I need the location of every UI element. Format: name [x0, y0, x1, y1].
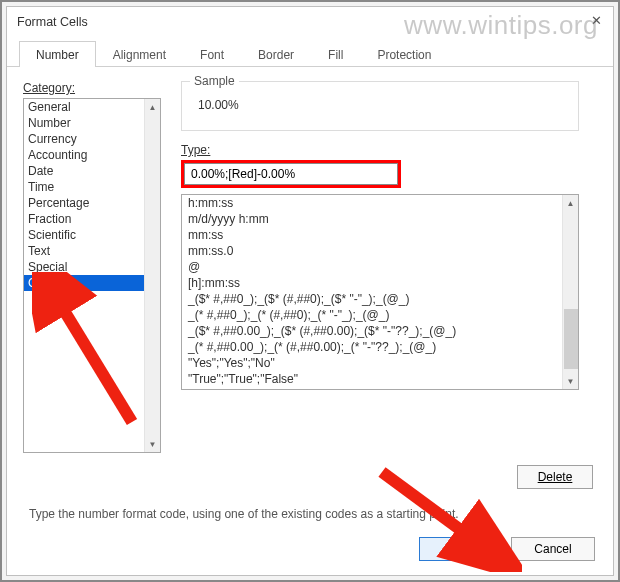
- tab-alignment[interactable]: Alignment: [96, 41, 183, 67]
- tab-number[interactable]: Number: [19, 41, 96, 67]
- scroll-up-icon[interactable]: ▲: [563, 195, 578, 211]
- tab-fill[interactable]: Fill: [311, 41, 360, 67]
- type-input[interactable]: [184, 163, 398, 185]
- hint-text: Type the number format code, using one o…: [29, 507, 459, 521]
- delete-button[interactable]: Delete: [517, 465, 593, 489]
- format-codes-listbox[interactable]: h:mm:ss m/d/yyyy h:mm mm:ss mm:ss.0 @ [h…: [181, 194, 579, 390]
- sample-label: Sample: [190, 74, 239, 88]
- list-item[interactable]: Text: [24, 243, 160, 259]
- list-item[interactable]: @: [182, 259, 578, 275]
- list-item[interactable]: Accounting: [24, 147, 160, 163]
- tab-strip: Number Alignment Font Border Fill Protec…: [7, 37, 613, 67]
- close-icon[interactable]: ✕: [587, 13, 605, 31]
- dialog-title: Format Cells: [17, 15, 88, 29]
- category-listbox[interactable]: General Number Currency Accounting Date …: [23, 98, 161, 453]
- list-item[interactable]: _($* #,##0_);_($* (#,##0);_($* "-"_);_(@…: [182, 291, 578, 307]
- scroll-down-icon[interactable]: ▼: [145, 436, 160, 452]
- scroll-up-icon[interactable]: ▲: [145, 99, 160, 115]
- list-item[interactable]: _($* #,##0.00_);_($* (#,##0.00);_($* "-"…: [182, 323, 578, 339]
- list-item[interactable]: General: [24, 99, 160, 115]
- list-item[interactable]: [h]:mm:ss: [182, 275, 578, 291]
- scroll-down-icon[interactable]: ▼: [563, 373, 578, 389]
- list-item[interactable]: Custom: [24, 275, 160, 291]
- list-item[interactable]: mm:ss.0: [182, 243, 578, 259]
- list-item[interactable]: "True";"True";"False": [182, 371, 578, 387]
- titlebar: Format Cells ✕: [7, 7, 613, 37]
- list-item[interactable]: Percentage: [24, 195, 160, 211]
- tab-font[interactable]: Font: [183, 41, 241, 67]
- category-label: Category:: [23, 81, 161, 95]
- sample-value: 10.00%: [182, 82, 578, 112]
- list-item[interactable]: Currency: [24, 131, 160, 147]
- list-item[interactable]: Fraction: [24, 211, 160, 227]
- list-item[interactable]: _(* #,##0.00_);_(* (#,##0.00);_(* "-"??_…: [182, 339, 578, 355]
- list-item[interactable]: _(* #,##0_);_(* (#,##0);_(* "-"_);_(@_): [182, 307, 578, 323]
- ok-button[interactable]: OK: [419, 537, 503, 561]
- list-item[interactable]: m/d/yyyy h:mm: [182, 211, 578, 227]
- list-item[interactable]: Scientific: [24, 227, 160, 243]
- sample-group: Sample 10.00%: [181, 81, 579, 131]
- tab-border[interactable]: Border: [241, 41, 311, 67]
- list-item[interactable]: Number: [24, 115, 160, 131]
- category-section: Category: General Number Currency Accoun…: [23, 81, 161, 453]
- tab-protection[interactable]: Protection: [360, 41, 448, 67]
- list-item[interactable]: Time: [24, 179, 160, 195]
- list-item[interactable]: mm:ss: [182, 227, 578, 243]
- list-item[interactable]: h:mm:ss: [182, 195, 578, 211]
- type-input-highlight: [181, 160, 401, 188]
- list-item[interactable]: Date: [24, 163, 160, 179]
- list-item[interactable]: Special: [24, 259, 160, 275]
- details-section: Sample 10.00% Type: h:mm:ss m/d/yyyy h:m…: [181, 81, 597, 453]
- type-label: Type:: [181, 143, 597, 157]
- scroll-thumb[interactable]: [564, 309, 578, 369]
- cancel-button[interactable]: Cancel: [511, 537, 595, 561]
- format-cells-dialog: Format Cells ✕ Number Alignment Font Bor…: [6, 6, 614, 576]
- list-item[interactable]: "Yes";"Yes";"No": [182, 355, 578, 371]
- scrollbar[interactable]: ▲ ▼: [562, 195, 578, 389]
- scrollbar[interactable]: ▲ ▼: [144, 99, 160, 452]
